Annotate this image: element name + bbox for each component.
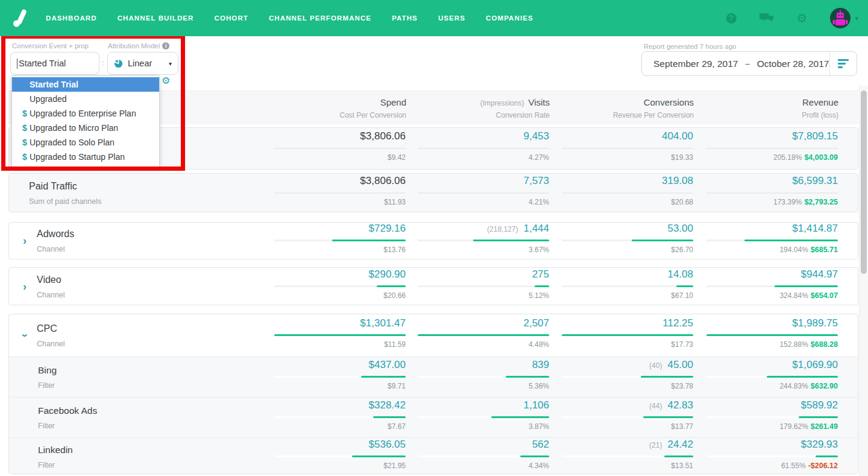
dollar-icon: $ xyxy=(22,106,27,121)
assists-value: (21) xyxy=(649,441,662,449)
table-row-paid-traffic[interactable]: Paid TrafficSum of paid channels $3,806.… xyxy=(8,173,858,212)
nav-item-channel-builder[interactable]: CHANNEL BUILDER xyxy=(118,14,194,22)
date-separator: – xyxy=(745,59,749,68)
chat-icon[interactable] xyxy=(760,13,774,24)
revenue-per-conversion: $67.10 xyxy=(671,291,693,300)
metric-bar xyxy=(473,240,549,241)
date-range-picker[interactable]: September 29, 2017 – October 28, 2017 xyxy=(641,51,857,76)
revenue-value: $589.92 xyxy=(801,399,838,411)
visits-value: 1,444 xyxy=(523,223,549,234)
spend-cell: $3,806.06 $11.93 xyxy=(274,175,406,211)
visits-value: 7,573 xyxy=(523,175,549,187)
visits-value: 562 xyxy=(532,439,549,451)
info-icon[interactable]: i xyxy=(162,42,169,49)
table-row-bing[interactable]: BingFilter $437.00 $9.71 839 5.36% (40)4… xyxy=(9,357,858,397)
assists-value: (44) xyxy=(649,402,662,410)
table-row-adwords[interactable]: › AdwordsChannel $729.16 $13.76 (218,127… xyxy=(8,222,858,259)
revenue-value: $6,599.31 xyxy=(792,175,838,187)
row-type: Filter xyxy=(38,381,57,390)
metric-track xyxy=(418,285,549,287)
dropdown-item-upgraded-enterprise[interactable]: $Upgraded to Enterprise Plan xyxy=(12,106,159,121)
dropdown-item-upgraded-solo[interactable]: $Upgraded to Solo Plan xyxy=(12,135,159,150)
chevron-right-icon[interactable]: › xyxy=(23,235,27,247)
spend-cell: $437.00 $9.71 xyxy=(274,359,406,395)
table-row-video[interactable]: › VideoChannel $290.90 $20.66 275 5.12% … xyxy=(8,267,858,305)
nav-item-dashboard[interactable]: DASHBOARD xyxy=(46,14,97,22)
avatar[interactable] xyxy=(830,8,851,28)
chevron-down-icon[interactable]: › xyxy=(19,334,31,337)
table-row-linkedin[interactable]: LinkedinFilter $536.05 $21.95 562 4.34% … xyxy=(9,437,858,474)
settings-gear-icon[interactable]: ⚙ xyxy=(797,12,808,24)
nav-item-channel-performance[interactable]: CHANNEL PERFORMANCE xyxy=(269,14,371,22)
revenue-per-conversion: $20.68 xyxy=(671,198,693,206)
spend-cell: $3,806.06 $9.42 xyxy=(274,130,406,167)
dollar-icon: $ xyxy=(22,150,27,164)
metric-track xyxy=(562,285,693,287)
metric-bar xyxy=(506,376,549,378)
help-icon[interactable]: ? xyxy=(726,13,737,24)
spend-value: $328.42 xyxy=(369,399,406,411)
scrollbar-track[interactable] xyxy=(859,86,868,476)
dropdown-item-upgraded[interactable]: Upgraded xyxy=(12,92,159,106)
conversions-cell: 112.25 $17.73 xyxy=(562,317,693,354)
header-conversions[interactable]: Conversions Revenue Per Conversion xyxy=(562,90,694,126)
header-revenue-label: Revenue xyxy=(802,97,838,107)
header-revenue[interactable]: Revenue Profit (loss) xyxy=(707,90,838,126)
metric-bar xyxy=(418,334,549,336)
dropdown-item-upgraded-startup[interactable]: $Upgraded to Startup Plan xyxy=(12,150,159,164)
nav-item-users[interactable]: USERS xyxy=(438,14,465,22)
dropdown-item-upgraded-micro[interactable]: $Upgraded to Micro Plan xyxy=(12,121,159,135)
metric-bar xyxy=(491,416,549,418)
metric-bar xyxy=(373,416,406,418)
nav-item-paths[interactable]: PATHS xyxy=(392,14,418,22)
conversion-rate: 4.27% xyxy=(529,153,549,162)
table-row-cpc[interactable]: › CPCChannel $1,301.47 $11.59 2,507 4.48… xyxy=(9,314,858,357)
metric-bar xyxy=(775,285,838,287)
report-generated-label: Report generated 7 hours ago xyxy=(644,43,736,50)
conversion-event-label: Conversion Event + prop xyxy=(12,42,89,49)
visits-cell: 2,507 4.48% xyxy=(418,317,549,354)
revenue-per-conversion: $26.70 xyxy=(671,246,693,254)
scrollbar-thumb[interactable] xyxy=(861,90,867,274)
dropdown-item-label: Upgraded to Enterprise Plan xyxy=(30,109,136,118)
chevron-down-icon[interactable]: ▾ xyxy=(855,14,858,22)
dropdown-item-label: Upgraded to Startup Plan xyxy=(30,152,125,162)
account-menu[interactable]: ▾ xyxy=(830,8,858,28)
roi-percent: 173.39% xyxy=(773,198,802,206)
conversions-value: 24.42 xyxy=(667,439,693,450)
attribution-model-select[interactable]: Linear ▾ xyxy=(107,52,178,75)
nav-item-companies[interactable]: COMPANIES xyxy=(486,14,533,22)
cost-per-conversion: $7.67 xyxy=(388,422,406,431)
header-spend[interactable]: Spend Cost Per Conversion xyxy=(275,90,406,126)
profit-value: $2,793.25 xyxy=(804,198,838,206)
row-name: Linkedin xyxy=(38,445,73,455)
dropdown-item-label: Started Trial xyxy=(30,80,78,89)
metric-bar xyxy=(520,455,549,457)
dropdown-item-started-trial[interactable]: Started Trial xyxy=(12,77,159,92)
visits-cell: 9,453 4.27% xyxy=(418,130,549,167)
conversion-event-input[interactable]: Started Trial xyxy=(10,52,99,75)
spend-value: $536.05 xyxy=(369,439,406,451)
table-row-facebook-ads[interactable]: Facebook AdsFilter $328.42 $7.67 1,106 3… xyxy=(9,397,858,437)
separator-colon: : xyxy=(102,59,104,68)
report-filter-button[interactable] xyxy=(829,52,857,75)
spend-cell: $1,301.47 $11.59 xyxy=(274,317,406,354)
attribution-logo[interactable] xyxy=(12,8,28,28)
spend-value: $1,301.47 xyxy=(360,317,406,329)
metric-bar xyxy=(816,455,838,457)
profit-value: $4,003.09 xyxy=(804,153,838,162)
header-visits[interactable]: (Impressions)Visits Conversion Rate xyxy=(418,90,550,126)
chevron-down-icon: ▾ xyxy=(169,60,172,67)
spend-cell: $536.05 $21.95 xyxy=(274,439,406,474)
nav-item-cohort[interactable]: COHORT xyxy=(214,14,248,22)
metric-bar xyxy=(799,416,838,418)
report-settings-gear-icon[interactable]: ⚙ xyxy=(162,75,170,86)
header-revenue-sub: Profit (loss) xyxy=(802,111,838,119)
row-type: Channel xyxy=(37,340,65,348)
chevron-right-icon[interactable]: › xyxy=(23,280,27,293)
revenue-cell: $1,069.90 244.83%$632.90 xyxy=(706,359,838,395)
metric-track xyxy=(418,148,549,149)
spend-cell: $328.42 $7.67 xyxy=(274,399,406,436)
conversion-event-dropdown: Started Trial Upgraded $Upgraded to Ente… xyxy=(11,75,160,168)
revenue-cell: $1,989.75 152.88%$688.28 xyxy=(706,317,838,354)
